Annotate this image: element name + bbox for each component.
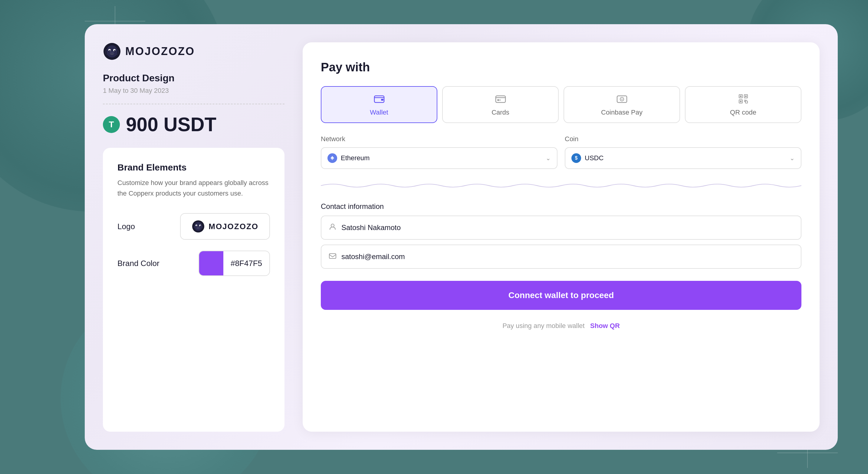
coin-chevron-icon: ⌄	[789, 155, 795, 162]
brand-elements-title: Brand Elements	[117, 162, 270, 173]
svg-rect-26	[496, 96, 505, 102]
connect-wallet-button[interactable]: Connect wallet to proceed	[321, 281, 801, 310]
svg-rect-32	[740, 96, 742, 97]
coin-value: USDC	[585, 154, 603, 162]
left-section: MOJOZOZO Product Design 1 May to 30 May …	[103, 42, 284, 432]
wallet-icon	[373, 93, 385, 105]
svg-rect-38	[745, 100, 746, 101]
selectors-row: Network Ethereum ⌄ Coin	[321, 135, 801, 169]
tab-qr-label: QR code	[730, 108, 756, 116]
svg-point-14	[114, 50, 117, 54]
invoice-date: 1 May to 30 May 2023	[103, 87, 284, 95]
payment-tabs: Wallet Cards	[321, 86, 801, 123]
contact-name-value: Satoshi Nakamoto	[341, 224, 401, 232]
logo-preview-box: MOJOZOZO	[180, 213, 270, 240]
coin-selector-left: $ USDC	[571, 153, 603, 163]
color-label: Brand Color	[117, 259, 159, 268]
contact-name-field: Satoshi Nakamoto	[321, 215, 801, 240]
amount-row: T 900 USDT	[103, 113, 284, 136]
color-preview-box[interactable]: #8F47F5	[198, 250, 270, 276]
svg-point-43	[331, 224, 334, 227]
usdt-icon: T	[103, 116, 120, 133]
tab-coinbase-label: Coinbase Pay	[601, 108, 643, 116]
network-chevron-icon: ⌄	[546, 155, 551, 162]
svg-rect-36	[740, 101, 742, 102]
coin-label: Coin	[565, 135, 801, 143]
svg-rect-25	[381, 99, 383, 101]
contact-email-field: satoshi@email.com	[321, 244, 801, 269]
qr-footer-text: Pay using any mobile wallet	[502, 322, 584, 330]
svg-rect-44	[329, 253, 336, 259]
coin-selector-group: Coin $ USDC ⌄	[565, 135, 801, 169]
logo-preview-name: MOJOZOZO	[209, 222, 258, 231]
wavy-divider	[321, 181, 801, 190]
svg-rect-40	[745, 101, 748, 103]
qr-icon	[737, 93, 749, 105]
svg-point-23	[200, 226, 203, 228]
brand-elements-desc: Customize how your brand appears globall…	[117, 177, 270, 199]
tab-wallet-label: Wallet	[370, 108, 388, 116]
contact-email-value: satoshi@email.com	[341, 252, 405, 261]
amount-divider	[103, 104, 284, 104]
network-selector-group: Network Ethereum ⌄	[321, 135, 557, 169]
tab-coinbase[interactable]: Coinbase Pay	[563, 86, 680, 123]
svg-point-13	[106, 50, 110, 54]
svg-rect-39	[744, 101, 745, 102]
qr-footer: Pay using any mobile wallet Show QR	[321, 322, 801, 330]
svg-point-22	[194, 226, 197, 228]
brand-color-row: Brand Color #8F47F5	[117, 250, 270, 276]
cards-icon	[495, 93, 507, 105]
color-swatch	[199, 251, 223, 275]
contact-title: Contact information	[321, 202, 801, 211]
brand-name: MOJOZOZO	[125, 45, 195, 58]
svg-rect-37	[744, 100, 745, 101]
contact-section: Contact information Satoshi Nakamoto	[321, 202, 801, 269]
payment-panel: Pay with Wallet	[303, 42, 819, 432]
coin-dropdown[interactable]: $ USDC ⌄	[565, 147, 801, 169]
logo-preview-monkey-icon	[192, 220, 205, 233]
tab-qr[interactable]: QR code	[685, 86, 801, 123]
network-dropdown[interactable]: Ethereum ⌄	[321, 147, 557, 169]
email-icon	[329, 252, 337, 262]
svg-point-21	[196, 227, 200, 230]
main-container: MOJOZOZO Product Design 1 May to 30 May …	[85, 24, 838, 450]
brand-logo-area: MOJOZOZO	[103, 42, 284, 61]
usdt-symbol: T	[108, 120, 114, 129]
logo-label: Logo	[117, 222, 135, 231]
invoice-info: Product Design 1 May to 30 May 2023 T 90…	[103, 73, 284, 136]
network-label: Network	[321, 135, 557, 143]
monkey-logo-icon	[103, 42, 121, 61]
tab-cards[interactable]: Cards	[442, 86, 559, 123]
coinbase-icon	[616, 93, 628, 105]
svg-point-28	[499, 99, 501, 101]
usdc-icon: $	[571, 153, 581, 163]
ethereum-icon	[328, 153, 337, 163]
user-icon	[329, 223, 337, 233]
pay-with-title: Pay with	[321, 61, 801, 74]
svg-point-27	[497, 99, 499, 101]
invoice-amount: 900 USDT	[126, 113, 216, 136]
show-qr-link[interactable]: Show QR	[590, 322, 620, 330]
invoice-title: Product Design	[103, 73, 284, 84]
svg-point-19	[196, 226, 197, 227]
svg-rect-34	[745, 96, 747, 97]
network-value: Ethereum	[341, 154, 370, 162]
network-selector-left: Ethereum	[328, 153, 370, 163]
brand-elements-card: Brand Elements Customize how your brand …	[103, 148, 284, 432]
tab-cards-label: Cards	[492, 108, 509, 116]
brand-logo-row: Logo MOJOZOZO	[117, 213, 270, 240]
color-hex-value: #8F47F5	[223, 259, 269, 268]
tab-wallet[interactable]: Wallet	[321, 86, 437, 123]
